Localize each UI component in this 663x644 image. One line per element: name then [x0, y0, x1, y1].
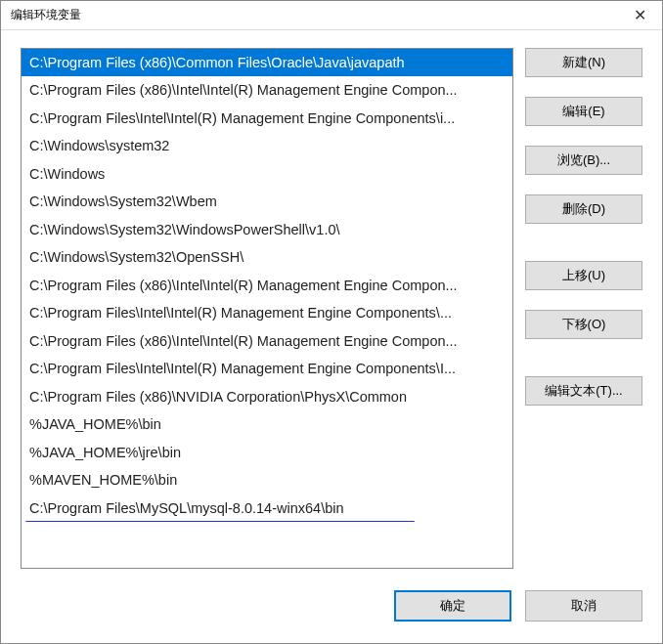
delete-button[interactable]: 删除(D): [525, 194, 642, 224]
dialog-window: 编辑环境变量 ✕ C:\Program Files (x86)\Common F…: [0, 0, 663, 644]
window-title: 编辑环境变量: [11, 7, 81, 23]
list-item[interactable]: C:\Windows\system32: [22, 132, 512, 159]
close-button[interactable]: ✕: [618, 1, 662, 30]
list-item[interactable]: C:\Windows\System32\Wbem: [22, 188, 512, 215]
content-area: C:\Program Files (x86)\Common Files\Orac…: [1, 30, 662, 579]
move-up-button[interactable]: 上移(U): [525, 261, 642, 290]
new-button[interactable]: 新建(N): [525, 48, 642, 77]
list-item[interactable]: %JAVA_HOME%\jre\bin: [22, 439, 512, 466]
list-item[interactable]: C:\Program Files\MySQL\mysql-8.0.14-winx…: [22, 494, 512, 522]
cancel-button[interactable]: 取消: [525, 590, 642, 622]
edit-text-button[interactable]: 编辑文本(T)...: [525, 376, 642, 406]
list-item[interactable]: C:\Program Files\Intel\Intel(R) Manageme…: [22, 105, 512, 132]
list-item[interactable]: %JAVA_HOME%\bin: [22, 410, 512, 438]
list-item[interactable]: %MAVEN_HOME%\bin: [22, 466, 512, 494]
list-item[interactable]: C:\Windows\System32\WindowsPowerShell\v1…: [22, 216, 512, 243]
list-item[interactable]: C:\Program Files (x86)\NVIDIA Corporatio…: [22, 383, 512, 410]
side-buttons: 新建(N) 编辑(E) 浏览(B)... 删除(D) 上移(U) 下移(O) 编…: [525, 48, 642, 569]
list-item[interactable]: C:\Program Files\Intel\Intel(R) Manageme…: [22, 299, 512, 326]
list-item[interactable]: C:\Program Files (x86)\Common Files\Orac…: [22, 49, 512, 76]
browse-button[interactable]: 浏览(B)...: [525, 146, 642, 175]
close-icon: ✕: [634, 6, 646, 24]
titlebar: 编辑环境变量 ✕: [1, 1, 662, 30]
ok-button[interactable]: 确定: [394, 590, 511, 622]
list-item[interactable]: C:\Program Files (x86)\Intel\Intel(R) Ma…: [22, 76, 512, 104]
edit-button[interactable]: 编辑(E): [525, 97, 642, 126]
dialog-footer: 确定 取消: [1, 579, 662, 643]
list-item[interactable]: C:\Windows\System32\OpenSSH\: [22, 243, 512, 271]
list-item[interactable]: C:\Program Files\Intel\Intel(R) Manageme…: [22, 355, 512, 382]
list-item[interactable]: C:\Program Files (x86)\Intel\Intel(R) Ma…: [22, 327, 512, 355]
move-down-button[interactable]: 下移(O): [525, 310, 642, 339]
list-item[interactable]: C:\Program Files (x86)\Intel\Intel(R) Ma…: [22, 272, 512, 299]
list-item[interactable]: C:\Windows: [22, 160, 512, 188]
path-listbox[interactable]: C:\Program Files (x86)\Common Files\Orac…: [21, 48, 513, 569]
